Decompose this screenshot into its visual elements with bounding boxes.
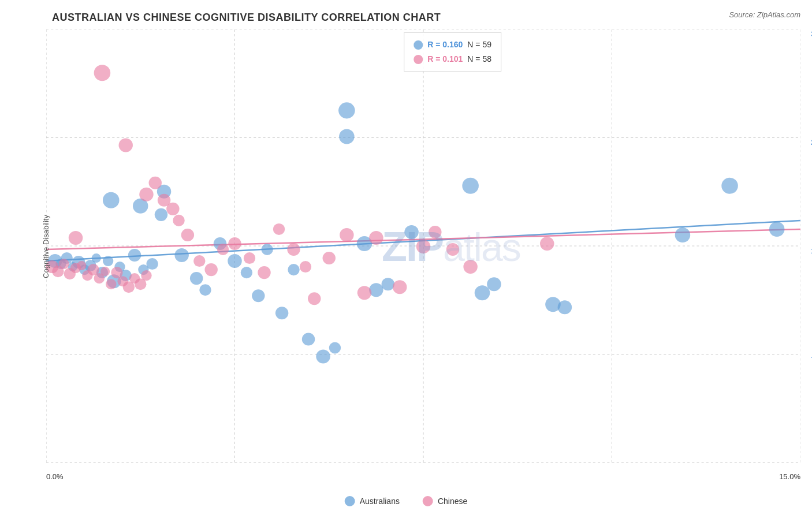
- svg-point-34: [199, 284, 211, 296]
- svg-point-85: [193, 255, 205, 267]
- svg-point-56: [675, 227, 691, 242]
- svg-point-25: [128, 249, 141, 262]
- svg-point-78: [118, 139, 132, 152]
- chart-container: AUSTRALIAN VS CHINESE COGNITIVE DISABILI…: [0, 0, 812, 515]
- chinese-dot: [423, 496, 433, 506]
- svg-point-37: [241, 267, 252, 278]
- chart-area: Cognitive Disability 30.0% 22.5% 15.0% 7…: [46, 29, 800, 464]
- svg-point-46: [339, 129, 355, 144]
- svg-point-53: [487, 277, 501, 291]
- legend-r2: R = 0.101: [427, 52, 463, 66]
- svg-point-55: [558, 300, 572, 314]
- svg-point-38: [252, 289, 265, 302]
- chinese-label: Chinese: [438, 497, 467, 506]
- legend-r1: R = 0.160: [427, 38, 463, 52]
- svg-point-89: [244, 252, 255, 264]
- chart-svg: [46, 29, 800, 464]
- svg-point-52: [475, 285, 490, 300]
- svg-point-42: [302, 333, 315, 345]
- svg-point-31: [155, 208, 167, 221]
- svg-point-86: [204, 263, 217, 276]
- svg-point-61: [58, 259, 69, 269]
- svg-point-19: [92, 253, 101, 263]
- svg-point-44: [329, 342, 341, 353]
- legend-row-2: R = 0.101 N = 58: [414, 52, 491, 66]
- svg-point-58: [769, 222, 785, 237]
- svg-point-90: [258, 266, 270, 279]
- svg-point-100: [416, 240, 430, 253]
- x-label-max: 15.0%: [779, 472, 800, 481]
- svg-point-102: [446, 243, 459, 256]
- svg-point-82: [166, 203, 179, 215]
- y-axis-label: Cognitive Disability: [42, 215, 50, 278]
- svg-point-49: [382, 278, 394, 290]
- svg-point-28: [103, 192, 120, 208]
- legend-australians: Australians: [345, 496, 400, 506]
- svg-point-51: [462, 178, 479, 194]
- svg-point-39: [261, 244, 273, 255]
- legend-chinese: Chinese: [423, 496, 467, 506]
- svg-point-93: [300, 261, 311, 273]
- svg-point-50: [404, 225, 418, 239]
- svg-point-94: [308, 292, 321, 305]
- australians-dot: [345, 496, 355, 506]
- x-axis-labels: 0.0% 15.0%: [46, 472, 800, 481]
- svg-point-104: [540, 237, 554, 251]
- svg-point-69: [106, 279, 116, 289]
- svg-point-84: [181, 229, 194, 241]
- svg-point-92: [287, 243, 300, 256]
- svg-point-80: [149, 177, 162, 189]
- svg-point-77: [94, 65, 111, 81]
- svg-point-83: [173, 215, 184, 226]
- bottom-legend: Australians Chinese: [345, 496, 468, 506]
- svg-point-36: [228, 254, 241, 268]
- svg-point-32: [174, 248, 188, 262]
- svg-point-79: [139, 188, 153, 201]
- chart-title: AUSTRALIAN VS CHINESE COGNITIVE DISABILI…: [52, 12, 800, 24]
- svg-point-97: [357, 286, 371, 300]
- svg-point-99: [393, 280, 407, 294]
- australians-label: Australians: [360, 497, 400, 506]
- source-label: Source: ZipAtlas.com: [729, 10, 800, 19]
- svg-point-41: [288, 264, 299, 275]
- chart-legend: R = 0.160 N = 59 R = 0.101 N = 58: [404, 32, 501, 72]
- svg-point-57: [721, 178, 738, 194]
- svg-point-88: [228, 237, 241, 250]
- svg-point-40: [275, 307, 288, 319]
- svg-point-33: [190, 272, 203, 285]
- svg-point-43: [316, 349, 330, 363]
- svg-point-87: [217, 244, 229, 255]
- svg-point-48: [369, 283, 383, 297]
- x-label-min: 0.0%: [46, 472, 64, 481]
- legend-n1: N = 59: [467, 38, 491, 52]
- svg-point-101: [429, 226, 441, 238]
- svg-point-98: [369, 231, 383, 245]
- svg-point-64: [77, 261, 86, 270]
- legend-row-1: R = 0.160 N = 59: [414, 38, 491, 52]
- legend-dot-pink: [414, 55, 423, 64]
- legend-dot-blue: [414, 40, 423, 50]
- svg-point-96: [340, 228, 353, 242]
- legend-n2: N = 58: [467, 52, 491, 66]
- svg-point-91: [273, 223, 285, 235]
- svg-point-76: [69, 231, 83, 245]
- svg-point-21: [103, 256, 113, 266]
- svg-point-103: [463, 260, 477, 274]
- svg-point-27: [146, 258, 158, 270]
- svg-point-68: [100, 267, 110, 276]
- svg-point-45: [338, 102, 355, 118]
- svg-point-75: [141, 270, 151, 281]
- svg-point-95: [323, 252, 336, 264]
